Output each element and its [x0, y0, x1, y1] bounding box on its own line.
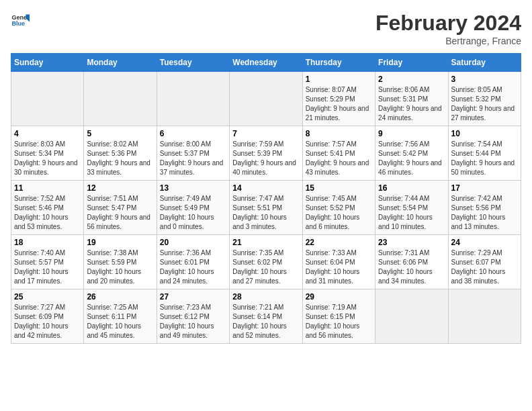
- day-info: Sunrise: 7:35 AMSunset: 6:02 PMDaylight:…: [232, 248, 299, 286]
- table-row: 27Sunrise: 7:23 AMSunset: 6:12 PMDayligh…: [157, 289, 229, 344]
- day-info: Sunrise: 7:51 AMSunset: 5:47 PMDaylight:…: [87, 194, 153, 232]
- table-row: [11, 72, 84, 126]
- table-row: 3Sunrise: 8:05 AMSunset: 5:32 PMDaylight…: [448, 72, 521, 126]
- table-row: [84, 72, 157, 126]
- table-row: 29Sunrise: 7:19 AMSunset: 6:15 PMDayligh…: [302, 289, 375, 344]
- day-number: 19: [87, 238, 153, 247]
- col-tuesday: Tuesday: [157, 54, 229, 72]
- svg-text:Blue: Blue: [11, 20, 25, 27]
- day-number: 15: [306, 183, 372, 193]
- day-number: 27: [160, 292, 226, 302]
- day-number: 6: [160, 129, 226, 138]
- day-number: 10: [451, 129, 518, 138]
- day-number: 26: [87, 292, 153, 302]
- calendar-row: 18Sunrise: 7:40 AMSunset: 5:57 PMDayligh…: [11, 235, 521, 289]
- day-info: Sunrise: 7:31 AMSunset: 6:06 PMDaylight:…: [378, 248, 445, 286]
- table-row: 26Sunrise: 7:25 AMSunset: 6:11 PMDayligh…: [84, 289, 157, 344]
- day-info: Sunrise: 7:44 AMSunset: 5:54 PMDaylight:…: [378, 194, 445, 232]
- table-row: 18Sunrise: 7:40 AMSunset: 5:57 PMDayligh…: [11, 235, 84, 289]
- day-info: Sunrise: 7:27 AMSunset: 6:09 PMDaylight:…: [14, 303, 81, 340]
- table-row: [375, 289, 448, 344]
- day-info: Sunrise: 7:19 AMSunset: 6:15 PMDaylight:…: [306, 303, 372, 340]
- col-sunday: Sunday: [11, 54, 84, 72]
- table-row: 5Sunrise: 8:02 AMSunset: 5:36 PMDaylight…: [84, 126, 157, 181]
- day-info: Sunrise: 8:07 AMSunset: 5:29 PMDaylight:…: [306, 85, 372, 123]
- day-number: 9: [378, 129, 445, 138]
- day-info: Sunrise: 7:21 AMSunset: 6:14 PMDaylight:…: [232, 303, 299, 340]
- table-row: 14Sunrise: 7:47 AMSunset: 5:51 PMDayligh…: [230, 181, 302, 235]
- day-info: Sunrise: 8:06 AMSunset: 5:31 PMDaylight:…: [378, 85, 445, 123]
- day-number: 16: [378, 183, 445, 193]
- calendar-row: 11Sunrise: 7:52 AMSunset: 5:46 PMDayligh…: [11, 181, 521, 235]
- table-row: 17Sunrise: 7:42 AMSunset: 5:56 PMDayligh…: [448, 181, 521, 235]
- day-number: 22: [306, 238, 372, 247]
- day-info: Sunrise: 7:33 AMSunset: 6:04 PMDaylight:…: [306, 248, 372, 286]
- day-info: Sunrise: 7:36 AMSunset: 6:01 PMDaylight:…: [160, 248, 226, 286]
- day-info: Sunrise: 7:56 AMSunset: 5:42 PMDaylight:…: [378, 140, 445, 177]
- calendar-title: February 2024: [375, 11, 521, 36]
- day-info: Sunrise: 8:00 AMSunset: 5:37 PMDaylight:…: [160, 140, 226, 177]
- table-row: 8Sunrise: 7:57 AMSunset: 5:41 PMDaylight…: [302, 126, 375, 181]
- table-row: 6Sunrise: 8:00 AMSunset: 5:37 PMDaylight…: [157, 126, 229, 181]
- table-row: 28Sunrise: 7:21 AMSunset: 6:14 PMDayligh…: [230, 289, 302, 344]
- table-row: 19Sunrise: 7:38 AMSunset: 5:59 PMDayligh…: [84, 235, 157, 289]
- col-thursday: Thursday: [302, 54, 375, 72]
- day-number: 1: [306, 75, 372, 84]
- calendar-row: 25Sunrise: 7:27 AMSunset: 6:09 PMDayligh…: [11, 289, 521, 344]
- day-number: 3: [451, 75, 518, 84]
- table-row: 21Sunrise: 7:35 AMSunset: 6:02 PMDayligh…: [230, 235, 302, 289]
- day-number: 4: [14, 129, 81, 138]
- day-info: Sunrise: 8:02 AMSunset: 5:36 PMDaylight:…: [87, 140, 153, 177]
- day-number: 13: [160, 183, 226, 193]
- day-number: 8: [306, 129, 372, 138]
- table-row: 11Sunrise: 7:52 AMSunset: 5:46 PMDayligh…: [11, 181, 84, 235]
- day-number: 29: [306, 292, 372, 302]
- table-row: 2Sunrise: 8:06 AMSunset: 5:31 PMDaylight…: [375, 72, 448, 126]
- table-row: [230, 72, 302, 126]
- svg-marker-2: [26, 15, 30, 22]
- table-row: 10Sunrise: 7:54 AMSunset: 5:44 PMDayligh…: [448, 126, 521, 181]
- calendar-row: 4Sunrise: 8:03 AMSunset: 5:34 PMDaylight…: [11, 126, 521, 181]
- col-saturday: Saturday: [448, 54, 521, 72]
- day-info: Sunrise: 7:25 AMSunset: 6:11 PMDaylight:…: [87, 303, 153, 340]
- day-info: Sunrise: 8:05 AMSunset: 5:32 PMDaylight:…: [451, 85, 518, 123]
- table-row: 25Sunrise: 7:27 AMSunset: 6:09 PMDayligh…: [11, 289, 84, 344]
- day-info: Sunrise: 7:45 AMSunset: 5:52 PMDaylight:…: [306, 194, 372, 232]
- day-info: Sunrise: 7:23 AMSunset: 6:12 PMDaylight:…: [160, 303, 226, 340]
- day-info: Sunrise: 7:57 AMSunset: 5:41 PMDaylight:…: [306, 140, 372, 177]
- table-row: 24Sunrise: 7:29 AMSunset: 6:07 PMDayligh…: [448, 235, 521, 289]
- table-row: 1Sunrise: 8:07 AMSunset: 5:29 PMDaylight…: [302, 72, 375, 126]
- table-row: [157, 72, 229, 126]
- day-number: 20: [160, 238, 226, 247]
- title-block: February 2024 Bertrange, France: [375, 11, 521, 46]
- table-row: 22Sunrise: 7:33 AMSunset: 6:04 PMDayligh…: [302, 235, 375, 289]
- day-info: Sunrise: 7:47 AMSunset: 5:51 PMDaylight:…: [232, 194, 299, 232]
- day-info: Sunrise: 7:49 AMSunset: 5:49 PMDaylight:…: [160, 194, 226, 232]
- day-number: 7: [232, 129, 299, 138]
- day-info: Sunrise: 7:40 AMSunset: 5:57 PMDaylight:…: [14, 248, 81, 286]
- col-wednesday: Wednesday: [230, 54, 302, 72]
- day-info: Sunrise: 7:52 AMSunset: 5:46 PMDaylight:…: [14, 194, 81, 232]
- logo: General Blue: [11, 11, 30, 32]
- table-row: [448, 289, 521, 344]
- calendar-subtitle: Bertrange, France: [375, 36, 521, 46]
- day-info: Sunrise: 7:42 AMSunset: 5:56 PMDaylight:…: [451, 194, 518, 232]
- calendar-header-row: Sunday Monday Tuesday Wednesday Thursday…: [11, 54, 521, 72]
- table-row: 9Sunrise: 7:56 AMSunset: 5:42 PMDaylight…: [375, 126, 448, 181]
- table-row: 12Sunrise: 7:51 AMSunset: 5:47 PMDayligh…: [84, 181, 157, 235]
- day-number: 5: [87, 129, 153, 138]
- day-info: Sunrise: 7:29 AMSunset: 6:07 PMDaylight:…: [451, 248, 518, 286]
- table-row: 15Sunrise: 7:45 AMSunset: 5:52 PMDayligh…: [302, 181, 375, 235]
- day-number: 24: [451, 238, 518, 247]
- day-number: 21: [232, 238, 299, 247]
- day-number: 12: [87, 183, 153, 193]
- table-row: 13Sunrise: 7:49 AMSunset: 5:49 PMDayligh…: [157, 181, 229, 235]
- day-number: 28: [232, 292, 299, 302]
- day-number: 14: [232, 183, 299, 193]
- day-info: Sunrise: 7:59 AMSunset: 5:39 PMDaylight:…: [232, 140, 299, 177]
- day-number: 25: [14, 292, 81, 302]
- table-row: 20Sunrise: 7:36 AMSunset: 6:01 PMDayligh…: [157, 235, 229, 289]
- table-row: 4Sunrise: 8:03 AMSunset: 5:34 PMDaylight…: [11, 126, 84, 181]
- day-number: 18: [14, 238, 81, 247]
- calendar-row: 1Sunrise: 8:07 AMSunset: 5:29 PMDaylight…: [11, 72, 521, 126]
